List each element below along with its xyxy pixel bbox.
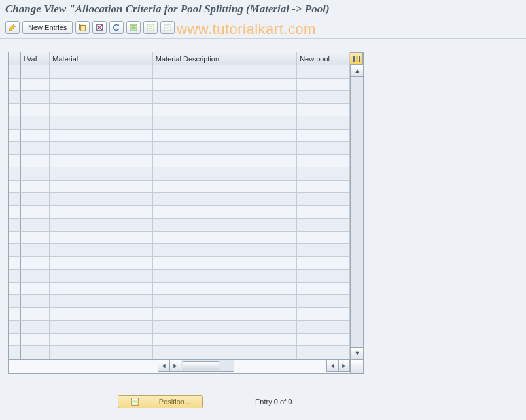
table-row[interactable] [9,65,350,79]
table-row[interactable] [9,193,350,206]
row-selector[interactable] [9,307,20,321]
cell-new-pool[interactable] [297,78,350,91]
cell-lval[interactable] [20,103,49,116]
cell-material-desc[interactable] [152,91,296,104]
cell-lval[interactable] [20,78,49,91]
table-row[interactable] [9,116,350,130]
col-header-new-pool[interactable]: New pool [297,52,350,65]
table-row[interactable] [9,295,350,308]
cell-material[interactable] [50,65,153,79]
cell-new-pool[interactable] [297,231,350,244]
cell-material-desc[interactable] [152,142,296,155]
cell-lval[interactable] [20,219,49,232]
cell-material[interactable] [50,282,153,295]
table-row[interactable] [9,91,350,104]
row-selector[interactable] [9,154,20,167]
cell-lval[interactable] [20,333,49,346]
table-row[interactable] [9,346,350,359]
table-row[interactable] [9,103,350,116]
row-selector[interactable] [9,346,20,359]
cell-lval[interactable] [20,244,49,257]
cell-lval[interactable] [20,321,49,334]
row-selector[interactable] [9,282,20,295]
cell-material[interactable] [50,193,153,206]
row-selector[interactable] [9,193,20,206]
cell-new-pool[interactable] [297,205,350,219]
cell-material[interactable] [50,219,153,232]
cell-new-pool[interactable] [297,219,350,232]
cell-lval[interactable] [20,142,49,155]
cell-material[interactable] [50,91,153,104]
cell-new-pool[interactable] [297,91,350,104]
deselect-all-button[interactable] [160,21,175,34]
cell-lval[interactable] [20,154,49,167]
cell-material-desc[interactable] [152,205,296,219]
row-selector[interactable] [9,244,20,257]
cell-material[interactable] [50,116,153,130]
table-row[interactable] [9,219,350,232]
cell-lval[interactable] [20,307,49,321]
table-row[interactable] [9,129,350,142]
col-header-material-desc[interactable]: Material Description [152,52,296,65]
cell-material-desc[interactable] [152,65,296,79]
copy-as-button[interactable] [75,21,90,34]
undo-button[interactable] [109,21,124,34]
cell-new-pool[interactable] [297,295,350,308]
position-button[interactable]: Position... [118,395,203,408]
hscroll-thumb[interactable]: ⋯ [183,361,219,370]
table-row[interactable] [9,205,350,219]
cell-material[interactable] [50,78,153,91]
cell-material[interactable] [50,231,153,244]
cell-new-pool[interactable] [297,154,350,167]
row-selector[interactable] [9,256,20,270]
row-selector[interactable] [9,129,20,142]
cell-material-desc[interactable] [152,307,296,321]
cell-lval[interactable] [20,129,49,142]
cell-lval[interactable] [20,346,49,359]
table-row[interactable] [9,142,350,155]
row-selector[interactable] [9,91,20,104]
cell-material-desc[interactable] [152,231,296,244]
cell-material[interactable] [50,205,153,219]
row-selector[interactable] [9,321,20,334]
row-selector[interactable] [9,205,20,219]
table-row[interactable] [9,270,350,283]
cell-material-desc[interactable] [152,154,296,167]
table-row[interactable] [9,256,350,270]
table-config-button[interactable] [350,52,363,65]
row-selector[interactable] [9,295,20,308]
row-selector[interactable] [9,167,20,181]
table-row[interactable] [9,321,350,334]
cell-new-pool[interactable] [297,282,350,295]
row-selector[interactable] [9,270,20,283]
cell-material[interactable] [50,295,153,308]
cell-lval[interactable] [20,256,49,270]
cell-material-desc[interactable] [152,129,296,142]
cell-material[interactable] [50,321,153,334]
cell-material[interactable] [50,270,153,283]
table-row[interactable] [9,78,350,91]
row-selector[interactable] [9,231,20,244]
cell-lval[interactable] [20,231,49,244]
cell-new-pool[interactable] [297,244,350,257]
cell-material-desc[interactable] [152,321,296,334]
horizontal-scrollbar-right[interactable]: ◄ ► [326,360,350,373]
row-selector[interactable] [9,78,20,91]
cell-material[interactable] [50,244,153,257]
cell-new-pool[interactable] [297,321,350,334]
cell-new-pool[interactable] [297,65,350,79]
data-grid[interactable]: LVaLMaterialMaterial DescriptionNew pool [9,52,350,359]
cell-material[interactable] [50,180,153,193]
select-block-button[interactable] [143,21,158,34]
cell-material-desc[interactable] [152,103,296,116]
cell-new-pool[interactable] [297,346,350,359]
table-row[interactable] [9,154,350,167]
change-toggle-button[interactable] [5,21,20,34]
cell-new-pool[interactable] [297,142,350,155]
vertical-scrollbar[interactable]: ▲ ▼ [350,65,363,359]
row-selector[interactable] [9,180,20,193]
cell-new-pool[interactable] [297,307,350,321]
cell-material-desc[interactable] [152,270,296,283]
cell-new-pool[interactable] [297,193,350,206]
cell-material-desc[interactable] [152,219,296,232]
